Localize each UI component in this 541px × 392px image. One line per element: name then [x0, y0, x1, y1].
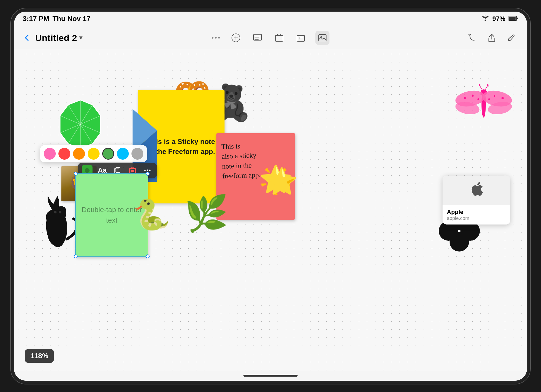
edit-button[interactable] [504, 31, 518, 45]
svg-line-28 [480, 86, 482, 90]
dragonfly-sticker[interactable] [454, 80, 513, 123]
wifi-icon [481, 15, 489, 23]
color-pink[interactable] [44, 148, 56, 160]
toolbar-center: ••• [188, 31, 353, 45]
pencil-tool-button[interactable] [229, 31, 243, 45]
color-blue[interactable] [117, 148, 129, 160]
resize-handle-tl[interactable] [74, 172, 78, 176]
image-tool-button[interactable] [315, 31, 329, 45]
apple-logo-icon [469, 181, 483, 200]
battery-percentage: 97% [492, 15, 505, 23]
resize-handle-bl[interactable] [74, 254, 78, 258]
cat-silhouette[interactable] [44, 193, 79, 248]
status-right: 97% [481, 15, 518, 23]
svg-point-24 [477, 98, 479, 100]
red-note-text: This isalso a stickynote in thefreeform … [221, 140, 261, 181]
link-card-logo-area [443, 176, 510, 205]
svg-rect-6 [275, 35, 283, 41]
text-box-tool-button[interactable] [294, 31, 308, 45]
color-green[interactable] [102, 148, 114, 160]
svg-point-31 [487, 84, 489, 86]
apple-link-card[interactable]: Apple apple.com [443, 176, 510, 225]
ipad-screen: 3:17 PM Thu Nov 17 97% Untitled 2 [14, 12, 527, 381]
link-card-title: Apple [447, 209, 506, 216]
svg-rect-38 [116, 167, 120, 172]
app-toolbar: Untitled 2 ▾ ••• [14, 26, 527, 50]
svg-rect-8 [319, 35, 326, 41]
toolbar-dots: ••• [212, 34, 221, 41]
green-polygon-shape[interactable] [53, 97, 107, 151]
home-indicator-bar [14, 371, 527, 381]
link-card-url: apple.com [447, 216, 506, 221]
resize-handle-tr[interactable] [146, 172, 150, 176]
svg-point-34 [54, 211, 57, 213]
toolbar-left: Untitled 2 ▾ [23, 33, 188, 43]
snake-sticker[interactable]: 🐍 [133, 197, 170, 232]
undo-button[interactable] [465, 31, 479, 45]
color-yellow[interactable] [88, 148, 100, 160]
link-card-info: Apple apple.com [443, 205, 510, 225]
freeform-canvas[interactable]: 🥨 🧸 [14, 50, 527, 371]
battery-icon [509, 15, 518, 23]
sun-emoji[interactable]: ⭐ [266, 166, 298, 197]
svg-rect-5 [253, 34, 262, 40]
plant-sticker[interactable]: 🌿 [184, 193, 228, 234]
time-display: 3:17 PM [23, 15, 49, 23]
svg-point-22 [464, 97, 466, 99]
svg-point-27 [488, 98, 490, 100]
svg-line-29 [485, 86, 488, 90]
document-title[interactable]: Untitled 2 ▾ [35, 33, 82, 43]
toolbar-right [353, 31, 518, 45]
svg-rect-2 [517, 18, 518, 19]
share-button[interactable] [485, 31, 499, 45]
svg-point-36 [85, 168, 90, 173]
svg-point-30 [479, 84, 480, 86]
color-orange[interactable] [73, 148, 85, 160]
shapes-tool-button[interactable] [272, 31, 286, 45]
resize-handle-br[interactable] [146, 254, 150, 258]
color-picker-toolbar[interactable] [40, 145, 147, 162]
svg-point-25 [502, 97, 504, 99]
status-left: 3:17 PM Thu Nov 17 [23, 15, 90, 23]
back-button[interactable] [23, 34, 31, 42]
ipad-device: 3:17 PM Thu Nov 17 97% Untitled 2 [11, 8, 530, 384]
home-bar [243, 375, 298, 377]
svg-point-0 [484, 20, 486, 21]
zoom-level-indicator: 118% [25, 349, 54, 363]
svg-point-26 [494, 95, 495, 97]
date-display: Thu Nov 17 [52, 15, 90, 23]
svg-point-35 [59, 211, 61, 213]
color-gray[interactable] [131, 148, 143, 160]
color-red[interactable] [58, 148, 70, 160]
status-bar: 3:17 PM Thu Nov 17 97% [14, 12, 527, 26]
svg-point-23 [472, 95, 474, 97]
title-chevron-icon: ▾ [79, 34, 82, 41]
svg-rect-3 [509, 17, 516, 20]
text-tool-button[interactable] [250, 31, 265, 45]
